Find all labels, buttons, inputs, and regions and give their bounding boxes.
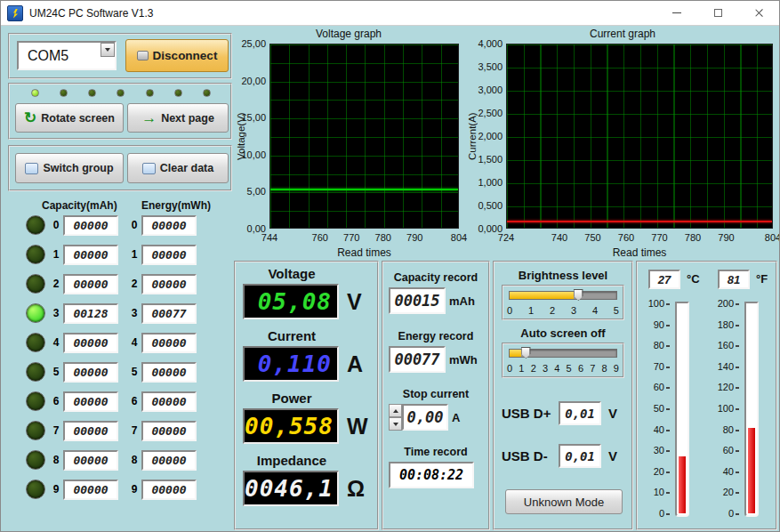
group-row: 5 00000 5 00000: [8, 361, 232, 383]
y-tick-label: 4,000: [478, 38, 503, 49]
group-led: [26, 480, 45, 499]
page-dots: [31, 89, 211, 97]
maximize-button[interactable]: [697, 1, 738, 25]
group-led: [26, 274, 45, 294]
thermo-tick-label: 140: [718, 361, 739, 372]
clear-data-button[interactable]: Clear data: [127, 153, 229, 183]
readout-block: Power 00,558 W: [236, 391, 377, 444]
thermo-tick-label: 20: [723, 487, 739, 497]
connection-panel: COM5 Disconnect: [8, 33, 232, 79]
minimize-button[interactable]: [656, 1, 697, 25]
group-led: [26, 391, 45, 411]
com-port-select[interactable]: COM5: [17, 41, 117, 70]
slider-tick-label: 4: [592, 305, 598, 316]
slider-tick-label: 2: [531, 363, 536, 374]
next-page-button[interactable]: → Next page: [127, 103, 229, 133]
app-icon: [7, 5, 23, 21]
group-row: 2 00000 2 00000: [8, 273, 232, 294]
slider-tick-label: 2: [550, 305, 555, 316]
energy-value: 00000: [141, 450, 197, 471]
brightness-slider[interactable]: 012345: [502, 285, 624, 320]
brightness-slider-fill: [510, 292, 574, 299]
x-tick-label: 804: [765, 232, 780, 243]
voltage-x-ticks: 744760770780790804: [269, 232, 459, 245]
capacity-value: 00000: [63, 391, 118, 412]
energy-record-label: Energy record: [383, 330, 488, 343]
stop-current-stepper[interactable]: [389, 404, 402, 431]
x-tick-label: 790: [718, 232, 734, 243]
capacity-index: 7: [52, 424, 60, 437]
disconnect-button[interactable]: Disconnect: [125, 39, 229, 72]
current-graph-title: Current graph: [467, 28, 778, 40]
y-tick-label: 3,500: [478, 61, 503, 72]
capacity-index: 3: [52, 307, 60, 319]
thermo-tick-label: 100: [648, 298, 670, 309]
y-tick-label: 15,00: [241, 112, 266, 123]
time-record-label: Time record: [383, 446, 488, 458]
thermo-tick-label: 0: [659, 508, 670, 519]
com-port-dropdown-button[interactable]: [101, 43, 115, 57]
group-row: 9 00000 9 00000: [8, 479, 232, 500]
usb-dminus-label: USB D-: [502, 448, 559, 463]
slider-tick-label: 7: [590, 363, 595, 374]
readout-unit: V: [347, 289, 362, 315]
voltage-x-axis-label: Read times: [269, 246, 459, 259]
x-tick-label: 760: [312, 232, 328, 243]
close-button[interactable]: [738, 1, 779, 25]
mode-button[interactable]: Unknown Mode: [505, 489, 623, 514]
current-plot-area: [506, 44, 773, 229]
brightness-slider-track[interactable]: [509, 291, 617, 300]
next-arrow-icon: →: [141, 110, 157, 125]
screen-off-slider[interactable]: 0123456789: [502, 343, 624, 378]
minimize-icon: [672, 12, 681, 13]
step-down-button[interactable]: [389, 417, 402, 431]
switch-group-button[interactable]: Switch group: [15, 153, 124, 183]
x-tick-label: 760: [618, 232, 634, 243]
y-tick-label: 10,00: [241, 149, 266, 160]
usb-dminus-value: 0,01: [559, 444, 601, 468]
thermo-tick-label: 200: [718, 298, 739, 309]
energy-index: 6: [130, 395, 139, 407]
slider-tick-label: 1: [519, 363, 524, 374]
group-led: [26, 421, 45, 440]
x-tick-label: 780: [685, 232, 701, 243]
energy-value: 00000: [141, 215, 197, 236]
energy-index: 7: [130, 424, 139, 437]
usb-dminus-row: USB D- 0,01 V: [502, 444, 631, 468]
capacity-index: 5: [52, 366, 60, 378]
group-row: 4 00000 4 00000: [8, 332, 232, 353]
page-dot: [117, 89, 125, 97]
maximize-icon: [714, 9, 722, 17]
readout-label: Voltage: [236, 266, 348, 281]
page-dot: [31, 89, 39, 97]
celsius-thermometer: 27 °C 1009080706050403020100: [639, 266, 705, 526]
x-tick-label: 744: [261, 232, 277, 243]
clear-icon: [142, 163, 156, 174]
capacity-value: 00128: [63, 303, 118, 324]
y-tick-label: 5,00: [247, 186, 266, 197]
group-row: 0 00000 0 00000: [8, 214, 232, 236]
step-up-button[interactable]: [389, 404, 402, 417]
celsius-mercury: [679, 456, 686, 513]
thermo-tick-label: 40: [654, 424, 670, 435]
thermo-tick-label: 60: [654, 382, 670, 392]
readout-label: Power: [236, 391, 348, 406]
x-tick-label: 804: [451, 232, 467, 243]
stop-current-input[interactable]: 0,00: [402, 404, 448, 431]
usb-dplus-label: USB D+: [502, 406, 559, 421]
readout-unit: Ω: [347, 476, 365, 502]
capacity-index: 8: [52, 454, 60, 466]
thermo-tick-label: 10: [654, 487, 670, 497]
thermo-tick-label: 100: [718, 403, 739, 414]
x-tick-label: 740: [551, 232, 567, 243]
screen-off-label: Auto screen off: [495, 326, 631, 340]
rotate-screen-button[interactable]: ↻ Rotate screen: [15, 103, 124, 133]
arrow-down-icon: [393, 423, 398, 426]
thermo-tick-label: 30: [654, 445, 670, 455]
capacity-value: 00000: [63, 215, 118, 236]
usb-dminus-unit: V: [608, 448, 617, 463]
slider-tick-label: 4: [554, 363, 559, 374]
fahrenheit-value: 81: [718, 270, 750, 289]
voltage-graph: Voltage graph Voltage(V) 25,0020,0015,00…: [234, 28, 463, 261]
celsius-unit: °C: [687, 272, 700, 286]
